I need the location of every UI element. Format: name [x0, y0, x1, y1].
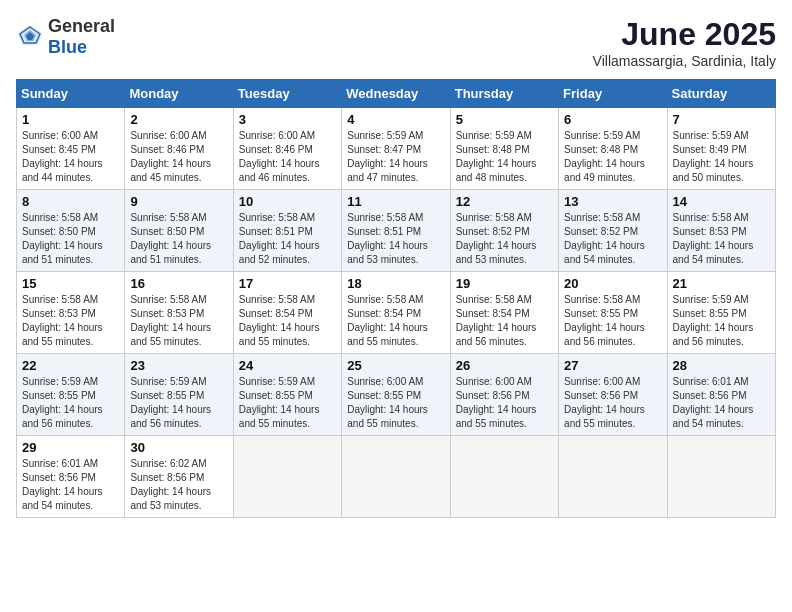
calendar-cell-21: 21Sunrise: 5:59 AMSunset: 8:55 PMDayligh…: [667, 272, 775, 354]
calendar-week-1: 1Sunrise: 6:00 AMSunset: 8:45 PMDaylight…: [17, 108, 776, 190]
calendar-cell-27: 27Sunrise: 6:00 AMSunset: 8:56 PMDayligh…: [559, 354, 667, 436]
header: General Blue June 2025 Villamassargia, S…: [16, 16, 776, 69]
calendar-cell-empty: [667, 436, 775, 518]
calendar-cell-3: 3Sunrise: 6:00 AMSunset: 8:46 PMDaylight…: [233, 108, 341, 190]
calendar-cell-16: 16Sunrise: 5:58 AMSunset: 8:53 PMDayligh…: [125, 272, 233, 354]
calendar-header-row: Sunday Monday Tuesday Wednesday Thursday…: [17, 80, 776, 108]
calendar-cell-2: 2Sunrise: 6:00 AMSunset: 8:46 PMDaylight…: [125, 108, 233, 190]
calendar-cell-12: 12Sunrise: 5:58 AMSunset: 8:52 PMDayligh…: [450, 190, 558, 272]
calendar-cell-24: 24Sunrise: 5:59 AMSunset: 8:55 PMDayligh…: [233, 354, 341, 436]
calendar-cell-23: 23Sunrise: 5:59 AMSunset: 8:55 PMDayligh…: [125, 354, 233, 436]
calendar-cell-14: 14Sunrise: 5:58 AMSunset: 8:53 PMDayligh…: [667, 190, 775, 272]
calendar-table: Sunday Monday Tuesday Wednesday Thursday…: [16, 79, 776, 518]
month-title: June 2025: [593, 16, 776, 53]
calendar-cell-empty: [450, 436, 558, 518]
calendar-week-4: 22Sunrise: 5:59 AMSunset: 8:55 PMDayligh…: [17, 354, 776, 436]
calendar-week-5: 29Sunrise: 6:01 AMSunset: 8:56 PMDayligh…: [17, 436, 776, 518]
calendar-cell-empty: [342, 436, 450, 518]
header-tuesday: Tuesday: [233, 80, 341, 108]
header-friday: Friday: [559, 80, 667, 108]
calendar-week-3: 15Sunrise: 5:58 AMSunset: 8:53 PMDayligh…: [17, 272, 776, 354]
calendar-cell-11: 11Sunrise: 5:58 AMSunset: 8:51 PMDayligh…: [342, 190, 450, 272]
logo-text: General Blue: [48, 16, 115, 58]
header-sunday: Sunday: [17, 80, 125, 108]
calendar-cell-28: 28Sunrise: 6:01 AMSunset: 8:56 PMDayligh…: [667, 354, 775, 436]
calendar-cell-20: 20Sunrise: 5:58 AMSunset: 8:55 PMDayligh…: [559, 272, 667, 354]
calendar-cell-25: 25Sunrise: 6:00 AMSunset: 8:55 PMDayligh…: [342, 354, 450, 436]
calendar-cell-29: 29Sunrise: 6:01 AMSunset: 8:56 PMDayligh…: [17, 436, 125, 518]
calendar-cell-17: 17Sunrise: 5:58 AMSunset: 8:54 PMDayligh…: [233, 272, 341, 354]
logo-icon: [16, 23, 44, 47]
location-title: Villamassargia, Sardinia, Italy: [593, 53, 776, 69]
calendar-cell-18: 18Sunrise: 5:58 AMSunset: 8:54 PMDayligh…: [342, 272, 450, 354]
header-saturday: Saturday: [667, 80, 775, 108]
calendar-cell-8: 8Sunrise: 5:58 AMSunset: 8:50 PMDaylight…: [17, 190, 125, 272]
calendar-cell-10: 10Sunrise: 5:58 AMSunset: 8:51 PMDayligh…: [233, 190, 341, 272]
calendar-cell-4: 4Sunrise: 5:59 AMSunset: 8:47 PMDaylight…: [342, 108, 450, 190]
header-wednesday: Wednesday: [342, 80, 450, 108]
calendar-cell-7: 7Sunrise: 5:59 AMSunset: 8:49 PMDaylight…: [667, 108, 775, 190]
calendar-cell-5: 5Sunrise: 5:59 AMSunset: 8:48 PMDaylight…: [450, 108, 558, 190]
calendar-cell-13: 13Sunrise: 5:58 AMSunset: 8:52 PMDayligh…: [559, 190, 667, 272]
calendar-cell-22: 22Sunrise: 5:59 AMSunset: 8:55 PMDayligh…: [17, 354, 125, 436]
calendar-cell-15: 15Sunrise: 5:58 AMSunset: 8:53 PMDayligh…: [17, 272, 125, 354]
title-area: June 2025 Villamassargia, Sardinia, Ital…: [593, 16, 776, 69]
logo-general: General: [48, 16, 115, 36]
header-monday: Monday: [125, 80, 233, 108]
calendar-cell-empty: [233, 436, 341, 518]
calendar-cell-26: 26Sunrise: 6:00 AMSunset: 8:56 PMDayligh…: [450, 354, 558, 436]
calendar-cell-1: 1Sunrise: 6:00 AMSunset: 8:45 PMDaylight…: [17, 108, 125, 190]
calendar-cell-empty: [559, 436, 667, 518]
calendar-cell-19: 19Sunrise: 5:58 AMSunset: 8:54 PMDayligh…: [450, 272, 558, 354]
calendar-cell-30: 30Sunrise: 6:02 AMSunset: 8:56 PMDayligh…: [125, 436, 233, 518]
calendar-cell-9: 9Sunrise: 5:58 AMSunset: 8:50 PMDaylight…: [125, 190, 233, 272]
calendar-cell-6: 6Sunrise: 5:59 AMSunset: 8:48 PMDaylight…: [559, 108, 667, 190]
logo-blue: Blue: [48, 37, 87, 57]
calendar-week-2: 8Sunrise: 5:58 AMSunset: 8:50 PMDaylight…: [17, 190, 776, 272]
header-thursday: Thursday: [450, 80, 558, 108]
logo: General Blue: [16, 16, 115, 58]
